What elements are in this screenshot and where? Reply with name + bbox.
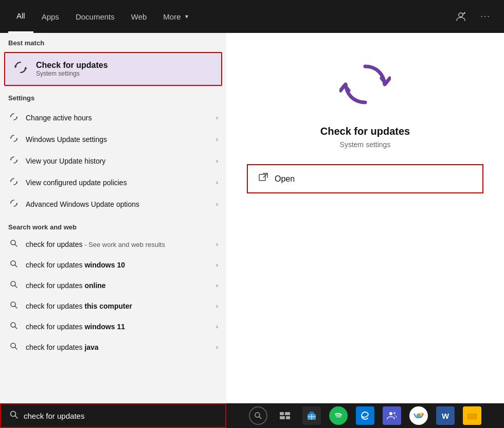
- refresh-icon-4: [8, 177, 20, 188]
- search-icon-5: [8, 342, 20, 352]
- left-panel: Best match Check for updates System sett…: [0, 33, 226, 403]
- svg-line-6: [15, 265, 17, 267]
- chevron-right-icon: ›: [216, 179, 218, 186]
- svg-rect-34: [467, 414, 477, 419]
- right-title: Check for updates: [320, 126, 410, 137]
- taskbar-spotify-icon: [334, 411, 343, 420]
- taskbar: W: [226, 403, 504, 428]
- web-item-1[interactable]: check for updates windows 10 ›: [0, 255, 226, 275]
- chevron-right-icon: ›: [216, 114, 218, 121]
- update-icon-large: [339, 59, 391, 110]
- chevron-right-icon: ›: [216, 302, 218, 310]
- search-icon-4: [8, 322, 20, 332]
- web-item-4[interactable]: check for updates windows 11 ›: [0, 316, 226, 337]
- taskbar-explorer[interactable]: [463, 406, 481, 425]
- chevron-right-icon: ›: [216, 261, 218, 269]
- web-item-bold-5: java: [84, 343, 98, 351]
- settings-label: Settings: [0, 88, 226, 105]
- settings-item-update-policies[interactable]: View configured update policies ›: [0, 172, 226, 193]
- search-icon-1: [8, 260, 20, 270]
- web-item-normal-5: check for updates: [26, 343, 84, 351]
- web-item-normal-2: check for updates: [26, 281, 84, 290]
- web-item-normal-1: check for updates: [26, 261, 84, 269]
- taskbar-teams[interactable]: [383, 406, 401, 425]
- right-subtitle: System settings: [340, 140, 391, 149]
- ellipsis-icon-button[interactable]: ···: [475, 6, 496, 27]
- search-icon-0: [8, 239, 20, 249]
- taskbar-word-icon: W: [442, 412, 449, 420]
- tab-all[interactable]: All: [8, 0, 33, 33]
- taskbar-chrome[interactable]: [409, 406, 428, 425]
- web-item-text-normal-0: check for updates: [26, 240, 83, 248]
- nav-right-icons: ···: [451, 6, 496, 27]
- web-item-bold-2: online: [84, 281, 105, 290]
- refresh-icon-2: [8, 134, 20, 145]
- refresh-icon-3: [8, 155, 20, 167]
- person-icon-button[interactable]: [451, 6, 471, 27]
- svg-line-14: [15, 347, 17, 349]
- taskbar-explorer-icon: [467, 412, 477, 420]
- svg-point-30: [393, 412, 395, 414]
- svg-line-8: [15, 286, 17, 288]
- best-match-label: Best match: [0, 33, 226, 50]
- taskbar-task-view[interactable]: [276, 406, 294, 425]
- open-label: Open: [275, 174, 295, 184]
- settings-item-update-history[interactable]: View your Update history ›: [0, 150, 226, 172]
- search-bar[interactable]: [0, 403, 226, 428]
- refresh-icon-5: [8, 199, 20, 210]
- taskbar-teams-icon: [387, 411, 397, 420]
- svg-rect-23: [280, 416, 285, 419]
- open-icon: [258, 172, 268, 185]
- web-item-normal-4: check for updates: [26, 323, 84, 331]
- svg-rect-24: [286, 416, 290, 419]
- search-input[interactable]: [24, 412, 217, 420]
- taskbar-store-icon: [307, 411, 316, 420]
- top-nav: All Apps Documents Web More ▾ ···: [0, 0, 504, 33]
- svg-line-10: [15, 306, 17, 308]
- web-item-suffix-0: - See work and web results: [83, 241, 165, 248]
- taskbar-spotify[interactable]: [329, 406, 348, 425]
- settings-item-change-active-hours[interactable]: Change active hours ›: [0, 107, 226, 129]
- main-content: Best match Check for updates System sett…: [0, 33, 504, 403]
- taskbar-task-icon: [280, 412, 290, 419]
- search-icon-2: [8, 280, 20, 291]
- tab-more[interactable]: More ▾: [155, 0, 196, 33]
- web-item-3[interactable]: check for updates this computer ›: [0, 296, 226, 316]
- web-item-2[interactable]: check for updates online ›: [0, 275, 226, 296]
- tab-documents[interactable]: Documents: [67, 0, 123, 33]
- search-bar-icon: [9, 410, 19, 422]
- svg-rect-21: [280, 412, 284, 415]
- chevron-right-icon: ›: [216, 136, 218, 143]
- svg-line-20: [259, 417, 261, 419]
- svg-rect-0: [459, 13, 463, 17]
- svg-marker-26: [309, 412, 315, 414]
- taskbar-search[interactable]: [249, 406, 267, 425]
- search-icon-3: [8, 301, 20, 311]
- right-panel: Check for updates System settings Open: [226, 33, 504, 403]
- best-match-item[interactable]: Check for updates System settings: [4, 52, 222, 86]
- settings-item-advanced-options[interactable]: Advanced Windows Update options ›: [0, 193, 226, 215]
- best-match-text: Check for updates System settings: [36, 61, 108, 77]
- ellipsis-icon: ···: [480, 12, 490, 21]
- web-item-normal-3: check for updates: [26, 302, 84, 310]
- taskbar-edge[interactable]: [356, 406, 374, 425]
- settings-item-windows-update[interactable]: Windows Update settings ›: [0, 129, 226, 150]
- tab-web[interactable]: Web: [123, 0, 155, 33]
- taskbar-word[interactable]: W: [436, 406, 455, 425]
- svg-line-12: [15, 327, 17, 329]
- web-item-5[interactable]: check for updates java ›: [0, 337, 226, 358]
- person-icon: [456, 11, 466, 22]
- taskbar-store[interactable]: [302, 406, 321, 425]
- update-icon: [12, 59, 29, 79]
- web-item-bold-1: windows 10: [84, 261, 125, 269]
- right-update-icon-area: [334, 53, 396, 115]
- open-button[interactable]: Open: [247, 164, 483, 193]
- web-item-0[interactable]: check for updates - See work and web res…: [0, 234, 226, 255]
- web-search-label: Search work and web: [0, 217, 226, 234]
- chevron-right-icon: ›: [216, 241, 218, 248]
- svg-point-29: [389, 412, 392, 415]
- svg-rect-22: [285, 412, 290, 415]
- taskbar-chrome-icon: [413, 410, 424, 421]
- web-item-bold-4: windows 11: [84, 323, 125, 331]
- tab-apps[interactable]: Apps: [33, 0, 67, 33]
